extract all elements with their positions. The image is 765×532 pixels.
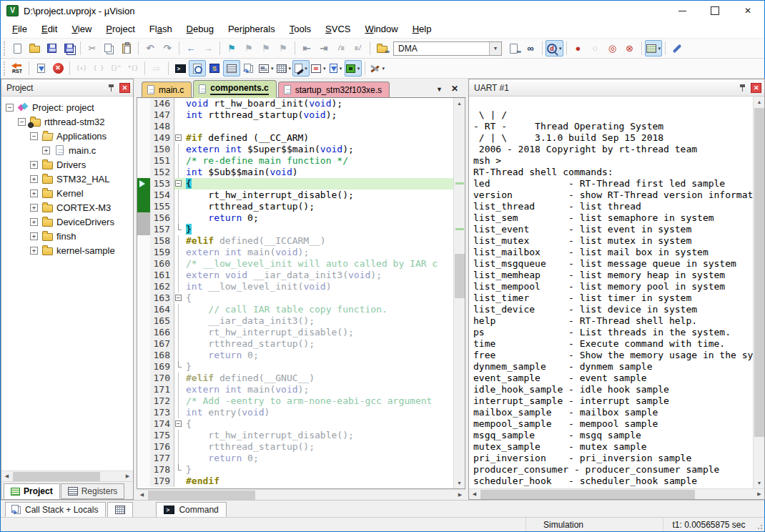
breakpoint-margin[interactable] [137, 178, 150, 189]
code-line[interactable]: 159extern int main(void); [137, 247, 453, 258]
breakpoint-margin[interactable] [137, 235, 150, 247]
scrollbar-thumb[interactable] [148, 491, 255, 500]
code-line[interactable]: 157} [137, 224, 453, 235]
fold-column[interactable] [174, 350, 184, 361]
editor-vertical-scrollbar[interactable]: ▲ ▼ [453, 98, 465, 488]
breakpoint-margin[interactable] [137, 270, 150, 281]
fold-column[interactable] [174, 384, 184, 395]
breakpoint-margin[interactable] [137, 418, 150, 430]
uncomment-icon[interactable]: ≡/ [350, 40, 367, 56]
scroll-left-icon[interactable]: ◀ [1, 471, 12, 482]
menu-item-file[interactable]: File [5, 21, 34, 38]
fold-collapse-icon[interactable]: − [175, 134, 182, 141]
minimize-button[interactable] [666, 1, 699, 21]
code-line[interactable]: 146void rt_hw_board_init(void); [137, 98, 453, 109]
code-line[interactable]: 152int $Sub$$main(void) [137, 167, 453, 178]
fold-column[interactable]: − [174, 418, 184, 430]
breakpoint-margin[interactable] [137, 464, 150, 476]
tab-registers[interactable]: Registers [61, 483, 125, 499]
breakpoint-margin[interactable] [137, 373, 150, 384]
comment-icon[interactable]: /≡ [332, 40, 350, 56]
scroll-right-icon[interactable]: ▶ [754, 489, 764, 500]
system-viewer-icon[interactable]: ▾ [345, 60, 362, 77]
tree-item-kernel-sample[interactable]: +kernel-sample [1, 243, 133, 257]
tree-item-rtthread-stm32[interactable]: −rtthread-stm32 [1, 114, 133, 129]
scrollbar-thumb[interactable] [13, 472, 100, 481]
trace-windows-icon[interactable]: ▾ [327, 60, 345, 77]
code-line[interactable]: 167 rtthread_startup(); [137, 338, 453, 350]
fold-column[interactable] [174, 453, 184, 464]
breakpoint-margin[interactable] [137, 384, 150, 395]
navigate-back-icon[interactable]: ← [182, 40, 199, 56]
code-line[interactable]: 148 [137, 121, 453, 132]
close-panel-icon[interactable] [751, 83, 761, 93]
code-line[interactable]: 151/* re-define main function */ [137, 155, 453, 167]
fold-column[interactable] [174, 235, 184, 247]
fold-column[interactable] [174, 121, 184, 132]
stop-icon[interactable]: ✕ [49, 60, 66, 77]
editor-tab-components-c[interactable]: components.c [193, 80, 276, 98]
code-line[interactable]: 153−{ [137, 178, 453, 189]
fold-collapse-icon[interactable]: − [175, 180, 182, 187]
fold-column[interactable] [174, 327, 184, 338]
code-line[interactable]: 163−{ [137, 292, 453, 304]
symbol-window-icon[interactable]: S [206, 60, 223, 77]
menu-item-window[interactable]: Window [357, 21, 405, 38]
disassembly-window-icon[interactable] [189, 60, 206, 77]
code-line[interactable]: 156 return 0; [137, 212, 453, 224]
breakpoint-margin[interactable] [137, 327, 150, 338]
toggle-bookmark-icon[interactable]: ⚑ [223, 40, 240, 56]
close-panel-icon[interactable] [119, 83, 130, 93]
show-next-statement-icon[interactable]: ⇨ [148, 60, 165, 77]
code-line[interactable]: 173int entry(void) [137, 407, 453, 418]
code-line[interactable]: 169} [137, 361, 453, 373]
menu-item-view[interactable]: View [64, 21, 99, 38]
expand-icon[interactable]: + [30, 218, 38, 226]
registers-window-icon[interactable] [223, 60, 240, 77]
close-document-icon[interactable] [451, 83, 458, 94]
next-bookmark-icon[interactable]: ⚑ [240, 40, 257, 56]
tree-item-main-c[interactable]: +main.c [1, 143, 133, 157]
fold-column[interactable]: − [174, 178, 184, 189]
tab-project[interactable]: Project [4, 483, 60, 499]
scroll-right-icon[interactable]: ▶ [455, 490, 465, 501]
fold-column[interactable] [174, 258, 184, 270]
fold-column[interactable] [174, 201, 184, 212]
fold-column[interactable] [174, 189, 184, 201]
breakpoint-margin[interactable] [137, 224, 150, 235]
tree-item-applications[interactable]: −Applications [1, 129, 133, 143]
code-line[interactable]: 172/* Add -eentry to arm-none-eabi-gcc a… [137, 395, 453, 407]
indent-icon[interactable]: ⇥ [315, 40, 332, 56]
fold-column[interactable] [174, 212, 184, 224]
pin-icon[interactable] [102, 79, 119, 96]
breakpoint-margin[interactable] [137, 292, 150, 304]
fold-column[interactable] [174, 395, 184, 407]
save-all-icon[interactable] [60, 40, 77, 56]
code-line[interactable]: 175 rt_hw_interrupt_disable(); [137, 430, 453, 441]
fold-column[interactable] [174, 247, 184, 258]
fold-column[interactable] [174, 98, 184, 109]
code-line[interactable]: 165 __iar_data_init3(); [137, 315, 453, 327]
code-line[interactable]: 171extern int main(void); [137, 384, 453, 395]
scrollbar-thumb[interactable] [455, 254, 465, 298]
tab-list-icon[interactable] [436, 83, 443, 94]
uart-vertical-scrollbar[interactable]: ▲ ▼ [753, 97, 764, 488]
menu-item-svcs[interactable]: SVCS [318, 21, 357, 38]
expand-icon[interactable]: + [30, 247, 38, 255]
code-line[interactable]: 178} [137, 464, 453, 476]
menu-item-tools[interactable]: Tools [282, 21, 318, 38]
scroll-up-icon[interactable]: ▲ [754, 97, 764, 107]
fold-column[interactable] [174, 270, 184, 281]
prev-bookmark-icon[interactable]: ⚑ [257, 40, 275, 56]
code-line[interactable]: 170#elif defined(__GNUC__) [137, 373, 453, 384]
scroll-down-icon[interactable]: ▼ [754, 478, 764, 488]
find-in-files-icon[interactable]: ∞ [373, 40, 390, 56]
kill-all-breakpoints-icon[interactable]: ⊗ [621, 40, 638, 56]
expand-icon[interactable]: + [30, 175, 38, 183]
fold-column[interactable] [174, 224, 184, 235]
copy-icon[interactable] [101, 40, 118, 56]
breakpoint-margin[interactable] [137, 407, 150, 418]
enable-disable-breakpoint-icon[interactable]: ○ [587, 40, 604, 56]
expand-icon[interactable]: + [30, 204, 38, 212]
step-into-icon[interactable]: {+} [73, 60, 90, 77]
